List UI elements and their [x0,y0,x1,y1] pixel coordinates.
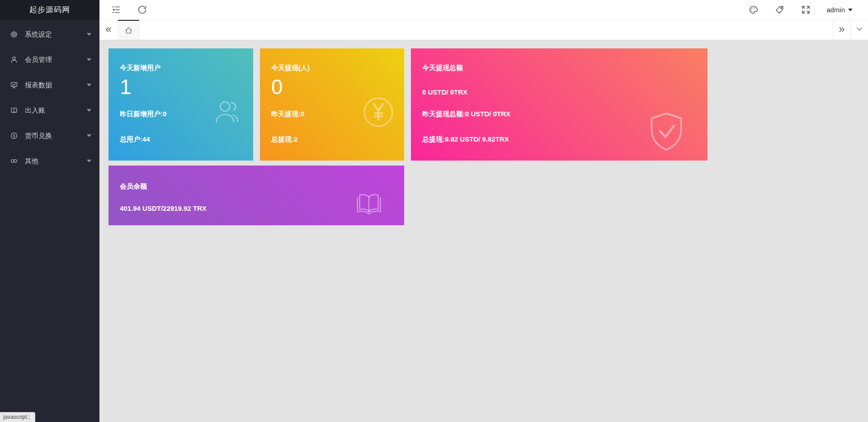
sidebar-item-system-settings[interactable]: 系统设定 [0,22,99,47]
refresh-icon[interactable] [137,5,147,15]
app-title: 起步源码网 [0,0,99,20]
card-line: 总提现:2 [271,135,297,144]
svg-text:$: $ [13,133,15,138]
status-link-preview: javascript:; [0,412,35,422]
fullscreen-icon[interactable] [800,5,811,15]
users-icon [212,97,242,125]
card-value: 0 USTD/ 0TRX [422,88,467,96]
chevron-down-icon [87,109,91,112]
sidebar: 起步源码网 系统设定 会员管理 报表数据 [0,0,99,422]
topbar: admin [99,0,868,20]
sidebar-item-label: 会员管理 [25,56,52,64]
chevron-down-icon [87,58,91,61]
card-line: 昨天提现:0 [271,110,304,119]
tabs-scroll-left-button[interactable]: « [99,20,118,40]
link-icon [10,157,18,165]
admin-dashboard: 起步源码网 系统设定 会员管理 报表数据 [0,0,868,422]
card-title: 今天新增用户 [120,64,160,72]
stat-card-member-balance: 会员余额 401.94 USDT/22919.92 TRX [108,166,404,225]
sidebar-nav: 系统设定 会员管理 报表数据 出入 [0,20,99,174]
sidebar-item-label: 报表数据 [25,81,52,90]
stat-card-withdraw-count: 今天提现(人) 0 昨天提现:0 总提现:2 [260,48,404,161]
card-value: 401.94 USDT/22919.92 TRX [120,204,207,212]
collapse-menu-icon[interactable] [110,5,121,15]
stat-card-new-users: 今天新增用户 1 昨日新增用户:0 总用户:44 [108,48,253,161]
yen-circle-icon [363,96,394,128]
card-big-value: 1 [120,76,132,97]
sidebar-item-other[interactable]: 其他 [0,148,99,174]
tab-home[interactable] [118,20,139,40]
card-title: 会员余额 [120,182,147,191]
chevron-down-icon [87,160,91,162]
sidebar-item-transactions[interactable]: 出入账 [0,98,99,123]
chevron-down-icon [855,25,863,33]
card-line: 昨日新增用户:0 [120,110,166,119]
sidebar-item-label: 货币兑换 [25,132,52,140]
topbar-right: admin [748,5,868,15]
sidebar-item-label: 其他 [25,157,38,166]
shield-check-icon [648,112,685,152]
palette-icon[interactable] [748,5,759,15]
user-icon [10,56,18,64]
tabbar: « » [99,20,868,40]
chevron-down-icon [87,33,91,36]
card-line: 昨天提现总额:0 USTD/ 0TRX [422,110,510,119]
chevron-down-icon [87,134,91,137]
topbar-left [99,5,147,15]
card-title: 今天提现总额 [422,64,463,72]
card-title: 今天提现(人) [271,64,310,72]
tabs-menu-button[interactable] [850,20,868,40]
card-big-value: 0 [271,76,283,97]
user-menu[interactable]: admin [826,6,853,14]
tabbar-spacer [139,20,833,40]
tag-icon[interactable] [774,5,785,15]
sidebar-item-members[interactable]: 会员管理 [0,47,99,72]
chart-board-icon [10,81,18,89]
card-line: 总用户:44 [120,135,150,144]
ledger-book-icon [10,106,18,114]
dashboard-content: 今天新增用户 1 昨日新增用户:0 总用户:44 今天提现(人) 0 昨天提现:… [99,40,868,422]
sidebar-item-currency-exchange[interactable]: $ 货币兑换 [0,123,99,148]
gear-icon [10,30,18,38]
tabs-scroll-right-button[interactable]: » [833,20,850,40]
stat-card-withdraw-total: 今天提现总额 0 USTD/ 0TRX 昨天提现总额:0 USTD/ 0TRX … [411,48,708,161]
user-name: admin [826,6,845,14]
open-book-icon [354,192,383,217]
chevron-down-icon [848,9,853,11]
sidebar-item-reports[interactable]: 报表数据 [0,72,99,98]
chevron-down-icon [87,84,91,86]
card-line: 总提现:9.82 USTD/ 9.82TRX [422,135,509,144]
home-icon [124,26,133,35]
dollar-circle-icon: $ [10,132,18,140]
sidebar-item-label: 系统设定 [25,30,52,39]
sidebar-item-label: 出入账 [25,106,45,115]
